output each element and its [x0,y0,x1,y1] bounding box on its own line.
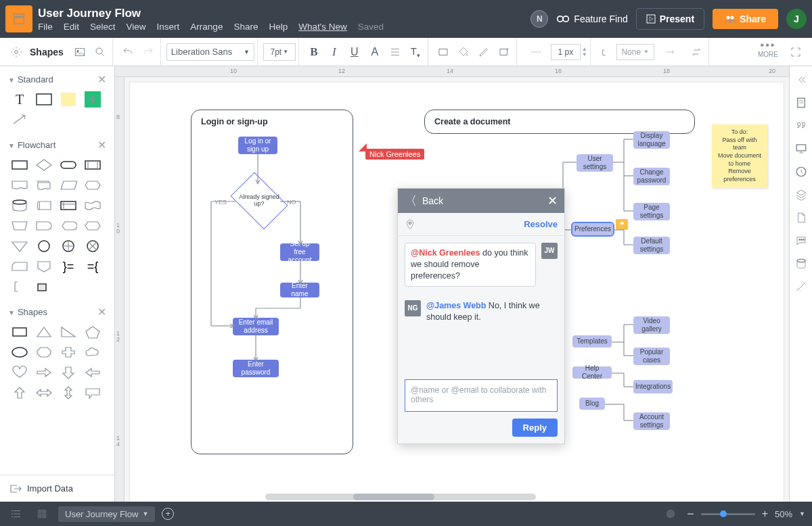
textcolor-icon[interactable]: A [365,43,384,62]
fc-brace-r[interactable]: }= [58,258,78,274]
user-avatar[interactable]: J [786,9,807,29]
fc-intstore[interactable] [58,197,78,214]
node-integrations[interactable]: Integrations [633,380,673,393]
fc-connector[interactable] [34,238,54,254]
fc-doc[interactable] [9,177,30,193]
fc-hex[interactable] [83,177,103,193]
fc-terminator[interactable] [58,157,78,173]
swap-icon[interactable] [687,43,706,62]
sticky-note[interactable]: To do: Pass off with team Move document … [712,124,767,188]
fc-loop[interactable] [83,218,103,234]
import-data[interactable]: Import Data [0,475,114,502]
fill-icon[interactable] [454,43,473,62]
image-icon[interactable] [70,43,89,62]
menu-file[interactable]: File [38,22,53,32]
fc-merge[interactable] [9,238,30,254]
doc-title[interactable]: User Journey Flow [38,7,525,20]
rect-shape[interactable] [34,91,54,107]
fc-or[interactable] [83,238,103,254]
node-email[interactable]: Enter email address [233,318,279,335]
chat-icon[interactable] [794,234,808,247]
page-icon[interactable] [794,211,808,224]
panel-standard-label[interactable]: Standard [18,74,53,85]
sh-arrow-r[interactable] [34,364,54,381]
fc-swatch[interactable] [34,279,54,295]
sh-arrow-lr[interactable] [34,385,54,401]
data-icon[interactable] [794,257,808,270]
line-style-select[interactable] [522,43,549,62]
add-page-button[interactable]: + [162,508,174,520]
pencil-icon[interactable] [474,43,493,62]
list-icon[interactable] [7,504,26,523]
node-displaylang[interactable]: Display language [633,131,670,149]
feature-find[interactable]: Feature Find [556,14,627,24]
sh-pent[interactable] [83,324,103,340]
present-button[interactable]: Present [636,8,704,30]
sh-arrow-l[interactable] [83,364,103,381]
linewidth-input[interactable]: 1 px [551,44,581,60]
shapes-gear-icon[interactable] [7,43,26,62]
layers-icon[interactable] [794,188,808,201]
fc-sum[interactable] [58,238,78,254]
node-entername[interactable]: Enter name [280,283,319,297]
node-account[interactable]: Account settings [633,412,670,430]
canvas[interactable]: Login or sign-up Create a document Log i… [130,82,784,502]
node-pagesettings[interactable]: Page settings [633,203,670,220]
node-login[interactable]: Log in or sign up [238,137,277,154]
sh-cross[interactable] [58,344,78,360]
fc-offpage[interactable] [34,258,54,274]
fc-note[interactable] [9,279,30,295]
fc-cyl[interactable] [34,197,54,214]
italic-icon[interactable]: I [325,43,344,62]
present-rail-icon[interactable] [794,142,808,156]
more-label[interactable]: MORE [758,51,778,58]
linecolor-icon[interactable] [596,43,615,62]
search-icon[interactable] [91,43,110,62]
sh-tri[interactable] [34,324,54,340]
sh-rect[interactable] [9,324,30,340]
page-selector[interactable]: User Journey Flow▼ [58,506,155,522]
close-icon[interactable]: ✕ [97,306,106,318]
fc-display[interactable] [58,218,78,234]
sh-arrow-ud[interactable] [58,385,78,401]
textstyle-icon[interactable]: T▾ [406,43,425,62]
undo-icon[interactable] [118,43,137,62]
sh-heart[interactable] [9,364,30,381]
node-default[interactable]: Default settings [633,237,670,254]
arrow-right-select[interactable] [656,43,685,62]
sh-arrow-u[interactable] [9,385,30,401]
target-icon[interactable] [661,504,680,523]
fc-diamond[interactable] [34,157,54,173]
fc-brace-l[interactable]: ={ [83,258,103,274]
scrollbar-horizontal[interactable] [265,494,536,500]
shape-rect-icon[interactable] [434,43,453,62]
close-icon[interactable]: ✕ [97,73,106,86]
fc-rect[interactable] [9,157,30,173]
sh-ellipse[interactable] [9,344,30,360]
fc-data[interactable] [58,177,78,193]
zoom-value[interactable]: 50% [775,509,792,519]
history-icon[interactable] [794,165,808,178]
text-tool-icon[interactable]: T [9,91,30,107]
node-setup[interactable]: Set up free account [280,243,319,261]
node-password[interactable]: Enter password [233,360,279,377]
fc-predef[interactable] [83,157,103,173]
zoom-in[interactable]: + [762,508,768,520]
notes-icon[interactable] [794,96,808,110]
effects-icon[interactable] [495,43,514,62]
magic-icon[interactable] [794,280,808,293]
fullscreen-icon[interactable] [786,43,805,62]
node-blog[interactable]: Blog [579,398,605,410]
fc-tape[interactable] [83,197,103,214]
sh-callout[interactable] [83,385,103,401]
redo-icon[interactable] [139,43,158,62]
node-preferences[interactable]: Preferences [572,223,613,235]
font-select[interactable]: Liberation Sans▼ [166,43,254,61]
arrow-shape[interactable] [9,112,30,128]
node-help[interactable]: Help Center [572,366,612,379]
back-label[interactable]: Back [422,195,443,206]
sh-cloud[interactable] [83,344,103,360]
node-templates[interactable]: Templates [572,335,612,348]
fc-manual[interactable] [9,218,30,234]
container-login[interactable]: Login or sign-up [191,110,353,454]
